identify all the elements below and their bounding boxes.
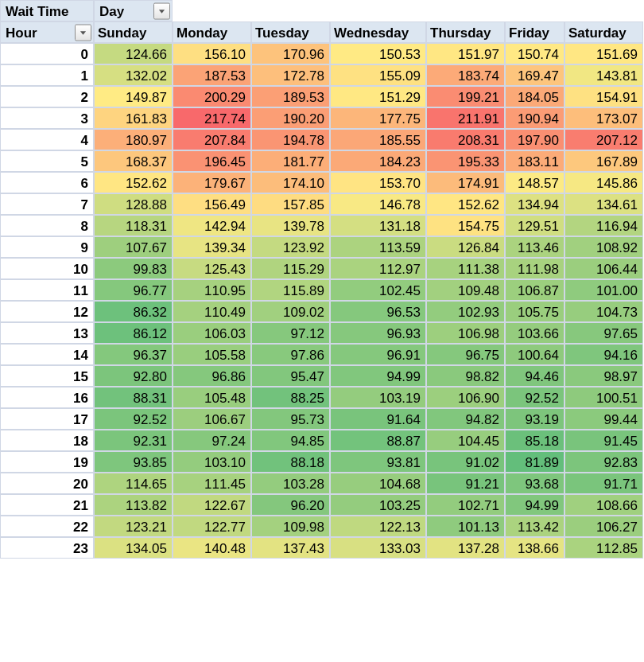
value-cell[interactable]: 153.70 [330, 172, 426, 193]
value-cell[interactable]: 102.71 [426, 494, 505, 516]
value-cell[interactable]: 101.00 [564, 279, 643, 301]
value-cell[interactable]: 194.78 [251, 129, 330, 150]
value-cell[interactable]: 138.66 [505, 537, 564, 559]
value-cell[interactable]: 161.83 [94, 107, 173, 129]
value-cell[interactable]: 145.86 [564, 172, 643, 193]
row-header[interactable]: 11 [0, 279, 94, 301]
value-cell[interactable]: 103.19 [330, 387, 426, 408]
row-header[interactable]: 7 [0, 193, 94, 215]
value-cell[interactable]: 95.73 [251, 408, 330, 430]
value-cell[interactable]: 140.48 [173, 537, 251, 559]
column-header[interactable]: Friday [505, 21, 564, 43]
value-cell[interactable]: 94.99 [505, 494, 564, 516]
column-field-label[interactable]: Day [94, 0, 173, 21]
value-cell[interactable]: 96.93 [330, 322, 426, 344]
value-cell[interactable]: 100.51 [564, 387, 643, 408]
value-cell[interactable]: 152.62 [426, 193, 505, 215]
value-cell[interactable]: 98.97 [564, 365, 643, 387]
value-cell[interactable]: 123.21 [94, 516, 173, 537]
value-cell[interactable]: 174.91 [426, 172, 505, 193]
value-cell[interactable]: 190.20 [251, 107, 330, 129]
value-cell[interactable]: 86.32 [94, 301, 173, 322]
row-header[interactable]: 19 [0, 451, 94, 473]
value-cell[interactable]: 170.96 [251, 43, 330, 64]
value-cell[interactable]: 156.49 [173, 193, 251, 215]
value-cell[interactable]: 88.31 [94, 387, 173, 408]
hour-filter-dropdown[interactable] [75, 24, 91, 41]
value-cell[interactable]: 116.94 [564, 215, 643, 236]
value-cell[interactable]: 92.80 [94, 365, 173, 387]
value-cell[interactable]: 137.28 [426, 537, 505, 559]
value-cell[interactable]: 106.44 [564, 258, 643, 279]
value-cell[interactable]: 94.99 [330, 365, 426, 387]
row-header[interactable]: 8 [0, 215, 94, 236]
value-cell[interactable]: 150.53 [330, 43, 426, 64]
value-cell[interactable]: 103.66 [505, 322, 564, 344]
value-cell[interactable]: 152.62 [94, 172, 173, 193]
value-cell[interactable]: 102.45 [330, 279, 426, 301]
value-cell[interactable]: 122.77 [173, 516, 251, 537]
value-cell[interactable]: 123.92 [251, 236, 330, 258]
value-cell[interactable]: 96.77 [94, 279, 173, 301]
value-cell[interactable]: 93.81 [330, 451, 426, 473]
value-cell[interactable]: 169.47 [505, 64, 564, 86]
value-cell[interactable]: 122.13 [330, 516, 426, 537]
value-cell[interactable]: 151.69 [564, 43, 643, 64]
value-cell[interactable]: 100.64 [505, 344, 564, 365]
value-cell[interactable]: 107.67 [94, 236, 173, 258]
value-cell[interactable]: 96.75 [426, 344, 505, 365]
value-cell[interactable]: 139.34 [173, 236, 251, 258]
value-cell[interactable]: 113.82 [94, 494, 173, 516]
value-cell[interactable]: 91.02 [426, 451, 505, 473]
row-header[interactable]: 17 [0, 408, 94, 430]
value-cell[interactable]: 132.02 [94, 64, 173, 86]
value-cell[interactable]: 106.87 [505, 279, 564, 301]
value-cell[interactable]: 196.45 [173, 150, 251, 172]
row-header[interactable]: 2 [0, 86, 94, 107]
value-cell[interactable]: 108.66 [564, 494, 643, 516]
value-cell[interactable]: 207.84 [173, 129, 251, 150]
row-header[interactable]: 14 [0, 344, 94, 365]
value-cell[interactable]: 111.38 [426, 258, 505, 279]
value-cell[interactable]: 200.29 [173, 86, 251, 107]
value-cell[interactable]: 85.18 [505, 430, 564, 451]
value-cell[interactable]: 133.03 [330, 537, 426, 559]
value-cell[interactable]: 88.18 [251, 451, 330, 473]
value-cell[interactable]: 101.13 [426, 516, 505, 537]
row-header[interactable]: 9 [0, 236, 94, 258]
value-cell[interactable]: 93.85 [94, 451, 173, 473]
value-cell[interactable]: 134.61 [564, 193, 643, 215]
value-cell[interactable]: 93.19 [505, 408, 564, 430]
value-cell[interactable]: 115.89 [251, 279, 330, 301]
value-cell[interactable]: 122.67 [173, 494, 251, 516]
value-cell[interactable]: 149.87 [94, 86, 173, 107]
value-cell[interactable]: 156.10 [173, 43, 251, 64]
value-cell[interactable]: 95.47 [251, 365, 330, 387]
value-cell[interactable]: 112.97 [330, 258, 426, 279]
value-cell[interactable]: 137.43 [251, 537, 330, 559]
value-cell[interactable]: 189.53 [251, 86, 330, 107]
value-cell[interactable]: 142.94 [173, 215, 251, 236]
value-cell[interactable]: 96.20 [251, 494, 330, 516]
value-cell[interactable]: 97.86 [251, 344, 330, 365]
value-cell[interactable]: 109.98 [251, 516, 330, 537]
value-cell[interactable]: 103.25 [330, 494, 426, 516]
value-cell[interactable]: 134.94 [505, 193, 564, 215]
value-cell[interactable]: 105.58 [173, 344, 251, 365]
row-header[interactable]: 6 [0, 172, 94, 193]
row-header[interactable]: 12 [0, 301, 94, 322]
value-cell[interactable]: 146.78 [330, 193, 426, 215]
value-cell[interactable]: 131.18 [330, 215, 426, 236]
value-cell[interactable]: 150.74 [505, 43, 564, 64]
row-header[interactable]: 13 [0, 322, 94, 344]
value-cell[interactable]: 154.91 [564, 86, 643, 107]
value-cell[interactable]: 108.92 [564, 236, 643, 258]
value-cell[interactable]: 104.45 [426, 430, 505, 451]
row-header[interactable]: 0 [0, 43, 94, 64]
row-header[interactable]: 22 [0, 516, 94, 537]
value-cell[interactable]: 118.31 [94, 215, 173, 236]
value-cell[interactable]: 177.75 [330, 107, 426, 129]
value-cell[interactable]: 103.28 [251, 473, 330, 494]
value-cell[interactable]: 112.85 [564, 537, 643, 559]
value-cell[interactable]: 154.75 [426, 215, 505, 236]
